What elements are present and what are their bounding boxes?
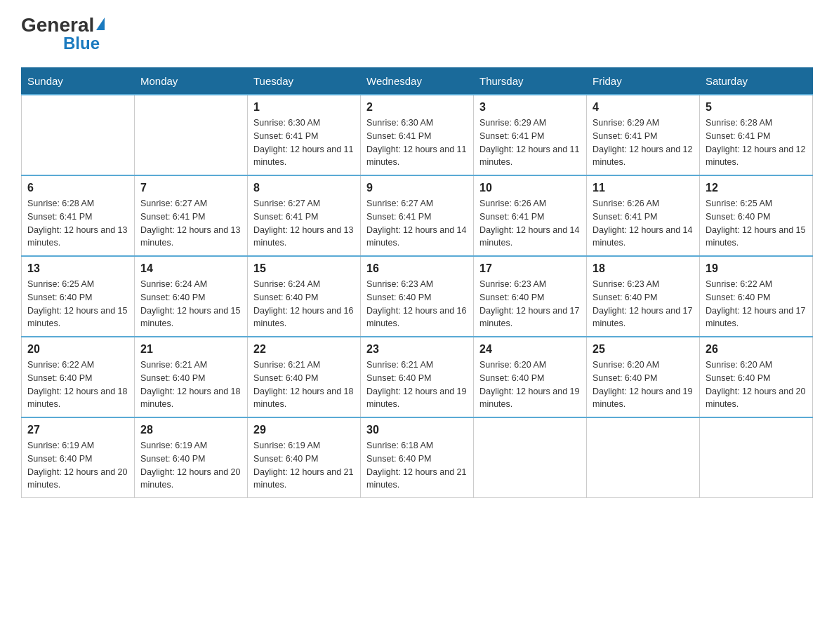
weekday-header-tuesday: Tuesday [248, 68, 361, 95]
calendar-cell: 28Sunrise: 6:19 AMSunset: 6:40 PMDayligh… [135, 417, 248, 498]
day-number: 22 [253, 343, 355, 356]
day-info: Sunrise: 6:30 AMSunset: 6:41 PMDaylight:… [253, 116, 355, 169]
calendar-cell: 15Sunrise: 6:24 AMSunset: 6:40 PMDayligh… [248, 256, 361, 337]
day-info: Sunrise: 6:21 AMSunset: 6:40 PMDaylight:… [366, 358, 468, 411]
calendar-cell: 1Sunrise: 6:30 AMSunset: 6:41 PMDaylight… [248, 95, 361, 175]
logo-blue: Blue [63, 34, 100, 53]
calendar-cell: 19Sunrise: 6:22 AMSunset: 6:40 PMDayligh… [700, 256, 813, 337]
weekday-header-friday: Friday [587, 68, 700, 95]
day-number: 10 [479, 182, 581, 194]
day-number: 11 [593, 182, 694, 194]
calendar-cell: 20Sunrise: 6:22 AMSunset: 6:40 PMDayligh… [22, 337, 135, 417]
day-number: 6 [27, 182, 128, 194]
day-number: 14 [140, 262, 241, 275]
day-number: 24 [479, 343, 581, 356]
page-header: General Blue [21, 14, 813, 53]
day-info: Sunrise: 6:25 AMSunset: 6:40 PMDaylight:… [27, 278, 128, 330]
calendar-cell: 5Sunrise: 6:28 AMSunset: 6:41 PMDaylight… [700, 95, 813, 175]
calendar-cell: 9Sunrise: 6:27 AMSunset: 6:41 PMDaylight… [361, 175, 474, 256]
day-number: 27 [27, 424, 128, 436]
day-number: 2 [366, 101, 468, 114]
day-info: Sunrise: 6:27 AMSunset: 6:41 PMDaylight:… [253, 197, 355, 250]
day-info: Sunrise: 6:29 AMSunset: 6:41 PMDaylight:… [593, 116, 694, 169]
day-number: 7 [140, 182, 241, 194]
day-number: 1 [253, 101, 355, 114]
calendar-cell [22, 95, 135, 175]
day-number: 28 [140, 424, 241, 436]
calendar-cell: 4Sunrise: 6:29 AMSunset: 6:41 PMDaylight… [587, 95, 700, 175]
day-number: 25 [593, 343, 694, 356]
logo-arrow-icon [96, 18, 105, 30]
day-info: Sunrise: 6:26 AMSunset: 6:41 PMDaylight:… [479, 197, 581, 250]
day-info: Sunrise: 6:28 AMSunset: 6:41 PMDaylight:… [27, 197, 128, 250]
calendar-cell: 24Sunrise: 6:20 AMSunset: 6:40 PMDayligh… [474, 337, 587, 417]
calendar-cell: 26Sunrise: 6:20 AMSunset: 6:40 PMDayligh… [700, 337, 813, 417]
calendar-cell: 8Sunrise: 6:27 AMSunset: 6:41 PMDaylight… [248, 175, 361, 256]
calendar-cell: 18Sunrise: 6:23 AMSunset: 6:40 PMDayligh… [587, 256, 700, 337]
calendar-cell [700, 417, 813, 498]
calendar-cell [474, 417, 587, 498]
day-number: 30 [366, 424, 468, 436]
day-info: Sunrise: 6:24 AMSunset: 6:40 PMDaylight:… [253, 278, 355, 330]
calendar-cell: 16Sunrise: 6:23 AMSunset: 6:40 PMDayligh… [361, 256, 474, 337]
day-number: 5 [706, 101, 807, 114]
day-info: Sunrise: 6:22 AMSunset: 6:40 PMDaylight:… [27, 358, 128, 411]
weekday-header-sunday: Sunday [22, 68, 135, 95]
day-info: Sunrise: 6:29 AMSunset: 6:41 PMDaylight:… [479, 116, 581, 169]
calendar-cell: 25Sunrise: 6:20 AMSunset: 6:40 PMDayligh… [587, 337, 700, 417]
calendar-cell: 3Sunrise: 6:29 AMSunset: 6:41 PMDaylight… [474, 95, 587, 175]
day-info: Sunrise: 6:18 AMSunset: 6:40 PMDaylight:… [366, 439, 468, 492]
weekday-header-saturday: Saturday [700, 68, 813, 95]
day-info: Sunrise: 6:27 AMSunset: 6:41 PMDaylight:… [140, 197, 241, 250]
day-number: 4 [593, 101, 694, 114]
calendar-cell: 13Sunrise: 6:25 AMSunset: 6:40 PMDayligh… [22, 256, 135, 337]
calendar-cell: 6Sunrise: 6:28 AMSunset: 6:41 PMDaylight… [22, 175, 135, 256]
calendar-cell [587, 417, 700, 498]
day-info: Sunrise: 6:23 AMSunset: 6:40 PMDaylight:… [593, 278, 694, 330]
day-info: Sunrise: 6:19 AMSunset: 6:40 PMDaylight:… [140, 439, 241, 492]
day-info: Sunrise: 6:21 AMSunset: 6:40 PMDaylight:… [140, 358, 241, 411]
day-info: Sunrise: 6:27 AMSunset: 6:41 PMDaylight:… [366, 197, 468, 250]
day-number: 17 [479, 262, 581, 275]
day-info: Sunrise: 6:30 AMSunset: 6:41 PMDaylight:… [366, 116, 468, 169]
logo: General Blue [21, 14, 105, 53]
day-number: 26 [706, 343, 807, 356]
calendar-cell: 10Sunrise: 6:26 AMSunset: 6:41 PMDayligh… [474, 175, 587, 256]
calendar-cell: 29Sunrise: 6:19 AMSunset: 6:40 PMDayligh… [248, 417, 361, 498]
day-info: Sunrise: 6:20 AMSunset: 6:40 PMDaylight:… [479, 358, 581, 411]
day-info: Sunrise: 6:24 AMSunset: 6:40 PMDaylight:… [140, 278, 241, 330]
day-number: 13 [27, 262, 128, 275]
day-number: 19 [706, 262, 807, 275]
calendar-cell: 23Sunrise: 6:21 AMSunset: 6:40 PMDayligh… [361, 337, 474, 417]
day-info: Sunrise: 6:22 AMSunset: 6:40 PMDaylight:… [706, 278, 807, 330]
calendar-cell: 11Sunrise: 6:26 AMSunset: 6:41 PMDayligh… [587, 175, 700, 256]
weekday-header-monday: Monday [135, 68, 248, 95]
day-number: 8 [253, 182, 355, 194]
day-number: 23 [366, 343, 468, 356]
day-number: 20 [27, 343, 128, 356]
day-info: Sunrise: 6:23 AMSunset: 6:40 PMDaylight:… [479, 278, 581, 330]
day-info: Sunrise: 6:20 AMSunset: 6:40 PMDaylight:… [593, 358, 694, 411]
day-number: 16 [366, 262, 468, 275]
calendar-cell: 22Sunrise: 6:21 AMSunset: 6:40 PMDayligh… [248, 337, 361, 417]
calendar-cell: 30Sunrise: 6:18 AMSunset: 6:40 PMDayligh… [361, 417, 474, 498]
calendar-cell: 21Sunrise: 6:21 AMSunset: 6:40 PMDayligh… [135, 337, 248, 417]
calendar-cell [135, 95, 248, 175]
day-info: Sunrise: 6:21 AMSunset: 6:40 PMDaylight:… [253, 358, 355, 411]
day-number: 15 [253, 262, 355, 275]
calendar-cell: 2Sunrise: 6:30 AMSunset: 6:41 PMDaylight… [361, 95, 474, 175]
day-number: 18 [593, 262, 694, 275]
calendar-cell: 7Sunrise: 6:27 AMSunset: 6:41 PMDaylight… [135, 175, 248, 256]
calendar-cell: 27Sunrise: 6:19 AMSunset: 6:40 PMDayligh… [22, 417, 135, 498]
day-number: 21 [140, 343, 241, 356]
calendar-cell: 12Sunrise: 6:25 AMSunset: 6:40 PMDayligh… [700, 175, 813, 256]
day-number: 12 [706, 182, 807, 194]
day-info: Sunrise: 6:28 AMSunset: 6:41 PMDaylight:… [706, 116, 807, 169]
day-info: Sunrise: 6:25 AMSunset: 6:40 PMDaylight:… [706, 197, 807, 250]
day-number: 9 [366, 182, 468, 194]
day-info: Sunrise: 6:26 AMSunset: 6:41 PMDaylight:… [593, 197, 694, 250]
day-number: 3 [479, 101, 581, 114]
day-info: Sunrise: 6:19 AMSunset: 6:40 PMDaylight:… [253, 439, 355, 492]
weekday-header-wednesday: Wednesday [361, 68, 474, 95]
weekday-header-thursday: Thursday [474, 68, 587, 95]
